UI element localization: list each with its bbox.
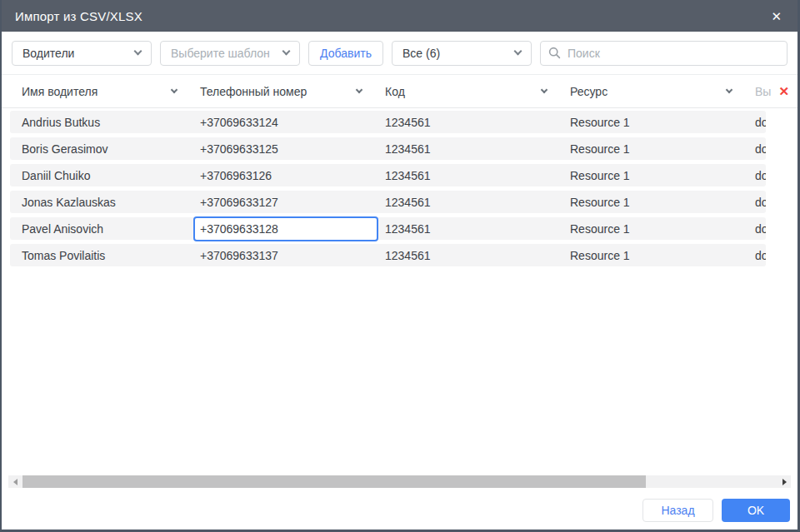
horizontal-scrollbar[interactable] (8, 475, 791, 488)
column-label: Код (385, 85, 405, 98)
column-header-code[interactable]: Код (373, 85, 558, 98)
cell-phone[interactable]: +37069633125 (188, 142, 373, 156)
table-row[interactable]: Daniil Chuiko +3706963126 1234561 Resour… (10, 164, 766, 186)
remove-column-icon[interactable]: ✕ (778, 85, 789, 97)
column-label: Имя водителя (22, 85, 98, 98)
cell-extra[interactable]: do (743, 116, 766, 129)
cell-phone[interactable]: +37069633124 (188, 116, 373, 129)
cell-phone[interactable]: +37069633127 (188, 196, 373, 209)
cell-extra[interactable]: do (743, 142, 766, 156)
column-label: Ресурс (570, 85, 608, 98)
empty-area (2, 266, 798, 475)
cell-extra[interactable]: do (743, 196, 766, 209)
cell-extra[interactable]: do (743, 249, 766, 262)
cell-code[interactable]: 1234561 (373, 249, 558, 262)
cell-driver-name[interactable]: Tomas Povilaitis (10, 249, 188, 262)
import-type-value: Водители (22, 47, 74, 60)
cell-resource[interactable]: Resource 1 (558, 169, 743, 182)
table-header: Имя водителя Телефонный номер Код Ресурс… (2, 75, 798, 108)
cell-resource[interactable]: Resource 1 (558, 142, 743, 156)
template-placeholder: Выберите шаблон (171, 47, 270, 60)
column-header-extra[interactable]: Вы ✕ (743, 85, 789, 98)
dialog-footer: Назад OK (2, 488, 798, 530)
cell-driver-name[interactable]: Daniil Chuiko (10, 169, 188, 182)
cell-resource[interactable]: Resource 1 (558, 196, 743, 209)
toolbar: Водители Выберите шаблон Добавить Все (6… (2, 32, 798, 75)
cell-extra[interactable]: do (743, 222, 766, 236)
chevron-down-icon (171, 86, 178, 92)
scroll-left-arrow-icon[interactable] (8, 475, 22, 488)
cell-resource[interactable]: Resource 1 (558, 222, 743, 236)
scrollbar-thumb[interactable] (22, 475, 646, 488)
phone-edit-input[interactable] (193, 216, 378, 241)
chevron-down-icon (282, 47, 291, 56)
chevron-down-icon (726, 86, 732, 92)
close-icon[interactable]: ✕ (771, 10, 782, 22)
search-input[interactable] (540, 41, 788, 66)
cell-resource[interactable]: Resource 1 (558, 116, 743, 129)
table-row[interactable]: Tomas Povilaitis +37069633137 1234561 Re… (10, 244, 766, 266)
cell-code[interactable]: 1234561 (373, 222, 558, 236)
back-button-label: Назад (661, 504, 694, 517)
cell-phone[interactable]: +37069633137 (188, 249, 373, 262)
cell-code[interactable]: 1234561 (373, 142, 558, 156)
add-button-label: Добавить (320, 47, 372, 60)
dialog-title: Импорт из CSV/XLSX (15, 9, 142, 23)
chevron-down-icon (356, 86, 362, 92)
filter-value: Все (6) (402, 47, 440, 60)
ok-button-label: OK (748, 504, 764, 517)
column-label-truncated: Вы (755, 85, 771, 98)
table-row[interactable]: Jonas Kazlauskas +37069633127 1234561 Re… (10, 191, 766, 213)
dialog-titlebar: Импорт из CSV/XLSX ✕ (2, 0, 798, 32)
filter-select[interactable]: Все (6) (392, 41, 532, 66)
chevron-down-icon (514, 47, 522, 56)
scroll-right-arrow-icon[interactable] (778, 475, 791, 488)
chevron-down-icon (134, 47, 142, 56)
cell-driver-name[interactable]: Pavel Anisovich (10, 222, 188, 236)
column-label: Телефонный номер (200, 85, 307, 98)
cell-phone-editing (188, 216, 373, 241)
table-row[interactable]: Andrius Butkus +37069633124 1234561 Reso… (10, 111, 766, 133)
search-box (540, 41, 788, 66)
add-button[interactable]: Добавить (308, 41, 383, 66)
import-dialog: Импорт из CSV/XLSX ✕ Водители Выберите ш… (0, 0, 800, 532)
column-header-resource[interactable]: Ресурс (558, 85, 743, 98)
cell-code[interactable]: 1234561 (373, 116, 558, 129)
cell-phone[interactable]: +3706963126 (188, 169, 373, 182)
column-header-driver-name[interactable]: Имя водителя (10, 85, 188, 98)
import-type-select[interactable]: Водители (12, 41, 152, 66)
table-body: Andrius Butkus +37069633124 1234561 Reso… (2, 108, 798, 266)
cell-extra[interactable]: do (743, 169, 766, 182)
back-button[interactable]: Назад (642, 499, 713, 522)
cell-resource[interactable]: Resource 1 (558, 249, 743, 262)
cell-driver-name[interactable]: Andrius Butkus (10, 116, 188, 129)
template-select[interactable]: Выберите шаблон (160, 41, 300, 66)
cell-code[interactable]: 1234561 (373, 169, 558, 182)
cell-driver-name[interactable]: Jonas Kazlauskas (10, 196, 188, 209)
ok-button[interactable]: OK (722, 499, 790, 522)
column-header-phone[interactable]: Телефонный номер (188, 85, 373, 98)
cell-code[interactable]: 1234561 (373, 196, 558, 209)
table-row[interactable]: Boris Gerasimov +37069633125 1234561 Res… (10, 137, 766, 160)
table-row[interactable]: Pavel Anisovich 1234561 Resource 1 do (10, 217, 766, 240)
chevron-down-icon (541, 86, 548, 92)
cell-driver-name[interactable]: Boris Gerasimov (10, 142, 188, 156)
